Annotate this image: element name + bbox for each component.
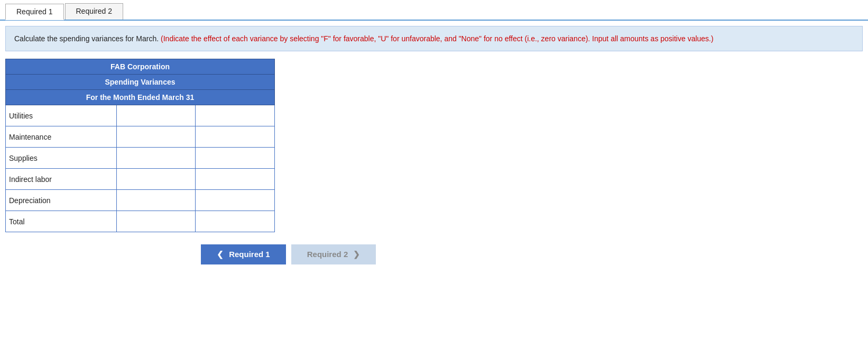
supplies-amount-cell[interactable] — [116, 148, 196, 169]
next-required2-button[interactable]: Required 2 ❯ — [291, 244, 376, 264]
maintenance-variance-input[interactable] — [198, 129, 272, 145]
total-variance-input[interactable] — [198, 214, 272, 230]
depreciation-amount-cell[interactable] — [116, 190, 196, 211]
indirect-labor-amount-cell[interactable] — [116, 169, 196, 190]
btn-required1-label: Required 1 — [229, 250, 270, 259]
total-amount-cell[interactable] — [116, 211, 196, 232]
table-row: Indirect labor — [6, 169, 275, 190]
table-container: FAB Corporation Spending Variances For t… — [5, 59, 275, 232]
instruction-black: Calculate the spending variances for Mar… — [14, 34, 159, 43]
maintenance-amount-input[interactable] — [119, 129, 193, 145]
utilities-amount-cell[interactable] — [116, 105, 196, 126]
instruction-red: (Indicate the effect of each variance by… — [159, 34, 714, 43]
row-label-depreciation: Depreciation — [6, 190, 117, 211]
table-row: Supplies — [6, 148, 275, 169]
row-label-maintenance: Maintenance — [6, 126, 117, 148]
tab-required1[interactable]: Required 1 — [5, 4, 64, 20]
utilities-variance-input[interactable] — [198, 108, 272, 124]
table-row: Depreciation — [6, 190, 275, 211]
table-title1: FAB Corporation — [6, 59, 275, 75]
row-label-supplies: Supplies — [6, 148, 117, 169]
maintenance-amount-cell[interactable] — [116, 126, 196, 148]
table-title2: Spending Variances — [6, 75, 275, 90]
total-variance-cell[interactable] — [196, 211, 275, 232]
row-label-indirect-labor: Indirect labor — [6, 169, 117, 190]
supplies-amount-input[interactable] — [119, 150, 193, 166]
table-row: Maintenance — [6, 126, 275, 148]
total-amount-input[interactable] — [119, 214, 193, 230]
depreciation-amount-input[interactable] — [119, 193, 193, 208]
utilities-amount-input[interactable] — [119, 108, 193, 124]
row-label-utilities: Utilities — [6, 105, 117, 126]
row-label-total: Total — [6, 211, 117, 232]
table-row: Total — [6, 211, 275, 232]
btn-required2-label: Required 2 — [307, 250, 348, 259]
nav-buttons: ❮ Required 1 Required 2 ❯ — [201, 244, 868, 264]
chevron-right-icon: ❯ — [353, 250, 360, 259]
chevron-left-icon: ❮ — [217, 250, 224, 259]
supplies-variance-cell[interactable] — [196, 148, 275, 169]
prev-required1-button[interactable]: ❮ Required 1 — [201, 244, 286, 264]
indirect-labor-variance-input[interactable] — [198, 171, 272, 187]
indirect-labor-variance-cell[interactable] — [196, 169, 275, 190]
maintenance-variance-cell[interactable] — [196, 126, 275, 148]
utilities-variance-cell[interactable] — [196, 105, 275, 126]
table-title3: For the Month Ended March 31 — [6, 90, 275, 105]
instruction-box: Calculate the spending variances for Mar… — [5, 26, 863, 51]
depreciation-variance-cell[interactable] — [196, 190, 275, 211]
indirect-labor-amount-input[interactable] — [119, 171, 193, 187]
supplies-variance-input[interactable] — [198, 150, 272, 166]
spending-variances-table: FAB Corporation Spending Variances For t… — [5, 59, 275, 232]
tab-required2[interactable]: Required 2 — [65, 3, 124, 20]
table-row: Utilities — [6, 105, 275, 126]
depreciation-variance-input[interactable] — [198, 193, 272, 208]
tabs-bar: Required 1 Required 2 — [0, 0, 868, 21]
